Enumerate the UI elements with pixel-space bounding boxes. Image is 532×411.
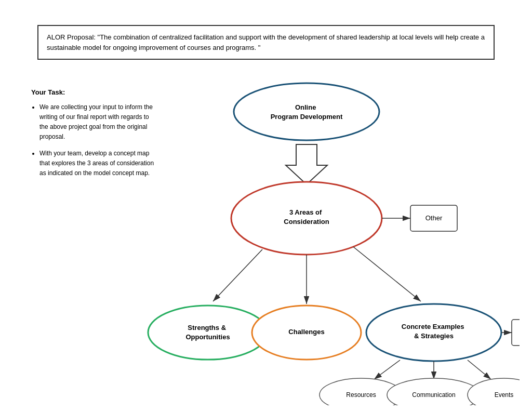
- task-bullet-2: With your team, develop a concept map th…: [39, 149, 156, 179]
- arrow-to-strengths: [213, 249, 262, 301]
- arrow-to-events: [468, 360, 491, 379]
- arrow-to-concrete: [353, 247, 421, 301]
- challenges-label: Challenges: [288, 328, 324, 336]
- other2-rect: [512, 320, 520, 346]
- proposal-text: ALOR Proposal: "The combination of centr…: [47, 33, 485, 51]
- task-title: Your Task:: [31, 87, 156, 98]
- proposal-box: ALOR Proposal: "The combination of centr…: [37, 25, 495, 60]
- other1-label: Other: [425, 214, 443, 222]
- arrow-to-resources: [374, 360, 400, 379]
- task-section: Your Task: We are collecting your input …: [31, 87, 156, 184]
- concept-map-diagram: Online Program Development 3 Areas of Co…: [145, 73, 520, 405]
- task-list: We are collecting your input to inform t…: [31, 102, 156, 178]
- strengths-ellipse: [148, 306, 268, 360]
- resources-label: Resources: [346, 391, 376, 399]
- events-label: Events: [495, 391, 514, 399]
- task-bullet-1: We are collecting your input to inform t…: [39, 102, 156, 142]
- down-arrow: [286, 144, 327, 184]
- communication-label: Communication: [412, 391, 455, 399]
- online-program-ellipse: [234, 83, 379, 140]
